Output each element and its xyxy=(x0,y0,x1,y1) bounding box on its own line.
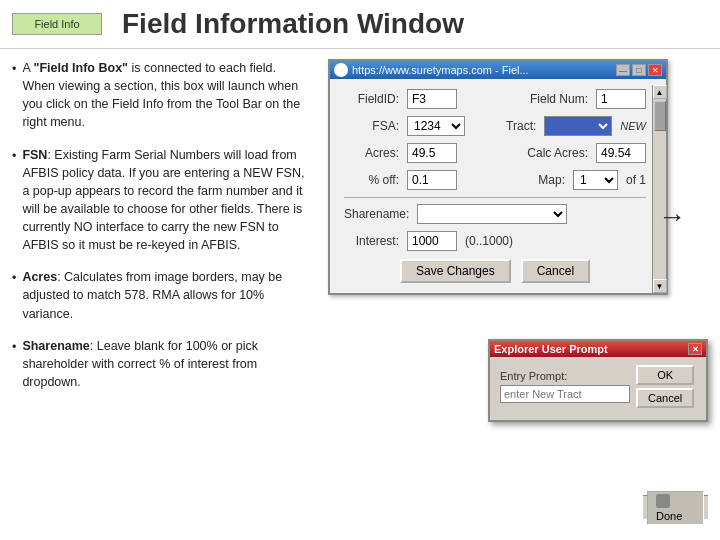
close-button[interactable]: ✕ xyxy=(648,64,662,76)
pct-off-input[interactable] xyxy=(407,170,457,190)
bullet-text-1: A "Field Info Box" is connected to each … xyxy=(22,59,312,132)
fieldid-input[interactable] xyxy=(407,89,457,109)
cancel-button[interactable]: Cancel xyxy=(521,259,590,283)
explorer-close-button[interactable]: ✕ xyxy=(688,343,702,355)
scroll-thumb[interactable] xyxy=(654,101,666,131)
sharename-label: Sharename: xyxy=(344,207,409,221)
explorer-titlebar: Explorer User Prompt ✕ xyxy=(490,341,706,357)
header: Field Info Field Information Window xyxy=(0,0,720,49)
interest-label: Interest: xyxy=(344,234,399,248)
explorer-form-row: Entry Prompt: OK Cancel xyxy=(500,365,696,408)
list-item: • Acres: Calculates from image borders, … xyxy=(12,268,312,322)
explorer-ok-button[interactable]: OK xyxy=(636,365,694,385)
browser-titlebar: https://www.suretymaps.com - Fiel... — □… xyxy=(330,61,666,79)
form-area: FieldID: Field Num: FSA: 1234 Tract: xyxy=(330,79,666,293)
list-item: • FSN: Existing Farm Serial Numbers will… xyxy=(12,146,312,255)
browser-window-buttons: — □ ✕ xyxy=(616,64,662,76)
acres-label: Acres: xyxy=(344,146,399,160)
tract-select[interactable] xyxy=(544,116,612,136)
map-select[interactable]: 1 xyxy=(573,170,618,190)
browser-window: https://www.suretymaps.com - Fiel... — □… xyxy=(328,59,668,295)
form-row-sharename: Sharename: xyxy=(344,204,646,224)
taskbar-done-label: Done xyxy=(656,510,682,522)
map-of-text: of 1 xyxy=(626,173,646,187)
minimize-button[interactable]: — xyxy=(616,64,630,76)
explorer-form-fields: Entry Prompt: xyxy=(500,370,630,403)
interest-range: (0..1000) xyxy=(465,234,513,248)
form-row-fieldid: FieldID: Field Num: xyxy=(344,89,646,109)
pct-off-label: % off: xyxy=(344,173,399,187)
form-row-interest: Interest: (0..1000) xyxy=(344,231,646,251)
form-row-acres: Acres: Calc Acres: xyxy=(344,143,646,163)
form-row-pctoff: % off: Map: 1 of 1 xyxy=(344,170,646,190)
bullet-text-4: Sharename: Leave blank for 100% or pick … xyxy=(22,337,312,391)
acres-input[interactable] xyxy=(407,143,457,163)
browser-scrollbar[interactable]: ▲ ▼ xyxy=(652,85,666,293)
browser-url: https://www.suretymaps.com - Fiel... xyxy=(352,64,529,76)
globe-icon xyxy=(334,63,348,77)
taskbar: Done xyxy=(643,495,708,519)
page-title: Field Information Window xyxy=(122,8,464,40)
bullet-dot: • xyxy=(12,338,16,391)
fsa-select[interactable]: 1234 xyxy=(407,116,465,136)
taskbar-icon xyxy=(656,494,670,508)
bold-sharename: Sharename xyxy=(22,339,89,353)
scroll-down-arrow[interactable]: ▼ xyxy=(653,279,667,293)
main-content: • A "Field Info Box" is connected to eac… xyxy=(0,49,720,529)
form-divider xyxy=(344,197,646,198)
new-label: NEW xyxy=(620,120,646,132)
explorer-popup: Explorer User Prompt ✕ Entry Prompt: OK … xyxy=(488,339,708,422)
bold-acres: Acres xyxy=(22,270,57,284)
browser-titlebar-left: https://www.suretymaps.com - Fiel... xyxy=(334,63,529,77)
scroll-up-arrow[interactable]: ▲ xyxy=(653,85,667,99)
list-item: • Sharename: Leave blank for 100% or pic… xyxy=(12,337,312,391)
restore-button[interactable]: □ xyxy=(632,64,646,76)
bold-fieldinfo: "Field Info Box" xyxy=(34,61,129,75)
bullet-text-2: FSN: Existing Farm Serial Numbers will l… xyxy=(22,146,312,255)
map-label: Map: xyxy=(510,173,565,187)
bullet-dot: • xyxy=(12,269,16,322)
right-column: https://www.suretymaps.com - Fiel... — □… xyxy=(328,59,708,519)
left-column: • A "Field Info Box" is connected to eac… xyxy=(12,59,312,519)
calc-acres-label: Calc Acres: xyxy=(527,146,588,160)
form-buttons: Save Changes Cancel xyxy=(344,259,646,283)
bold-fsn: FSN xyxy=(22,148,47,162)
fsa-label: FSA: xyxy=(344,119,399,133)
explorer-body: Entry Prompt: OK Cancel xyxy=(490,357,706,420)
bullet-dot: • xyxy=(12,60,16,132)
save-changes-button[interactable]: Save Changes xyxy=(400,259,511,283)
explorer-buttons: OK Cancel xyxy=(636,365,694,408)
bullet-dot: • xyxy=(12,147,16,255)
sharename-select[interactable] xyxy=(417,204,567,224)
entry-label: Entry Prompt: xyxy=(500,370,630,382)
taskbar-done-item[interactable]: Done xyxy=(647,491,704,525)
fieldnum-input[interactable] xyxy=(596,89,646,109)
fieldnum-label: Field Num: xyxy=(530,92,588,106)
list-item: • A "Field Info Box" is connected to eac… xyxy=(12,59,312,132)
arrow-indicator: → xyxy=(658,201,686,233)
interest-input[interactable] xyxy=(407,231,457,251)
fieldid-label: FieldID: xyxy=(344,92,399,106)
tract-label: Tract: xyxy=(481,119,536,133)
calc-acres-input[interactable] xyxy=(596,143,646,163)
explorer-title: Explorer User Prompt xyxy=(494,343,608,355)
form-row-fsa: FSA: 1234 Tract: NEW xyxy=(344,116,646,136)
field-info-badge: Field Info xyxy=(12,13,102,35)
explorer-input[interactable] xyxy=(500,385,630,403)
explorer-cancel-button[interactable]: Cancel xyxy=(636,388,694,408)
bullet-text-3: Acres: Calculates from image borders, ma… xyxy=(22,268,312,322)
